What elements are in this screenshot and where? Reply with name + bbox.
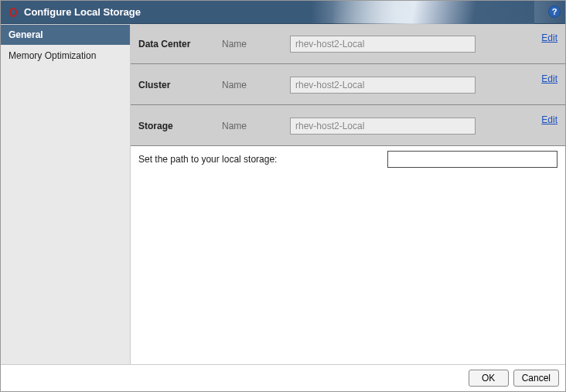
configure-local-storage-dialog: Configure Local Storage ? General Memory… [0, 0, 566, 392]
group-title: Storage [138, 121, 216, 131]
storage-name-field [290, 118, 476, 135]
sidebar-item-label: General [9, 29, 43, 40]
field-label: Name [222, 39, 284, 49]
path-label: Set the path to your local storage: [138, 154, 277, 165]
sidebar: General Memory Optimization [1, 25, 131, 364]
group-title: Cluster [138, 80, 216, 90]
cluster-name-field [290, 77, 476, 94]
group-data-center: Data Center Name Edit [131, 28, 565, 64]
app-logo-icon [7, 6, 19, 19]
data-center-name-field [290, 36, 476, 53]
field-label: Name [222, 121, 284, 131]
edit-cluster-link[interactable]: Edit [541, 73, 557, 84]
dialog-body: General Memory Optimization Data Center … [1, 24, 565, 364]
sidebar-item-general[interactable]: General [1, 25, 130, 46]
dialog-footer: OK Cancel [1, 364, 565, 391]
ok-button[interactable]: OK [469, 370, 509, 387]
sidebar-item-memory-optimization[interactable]: Memory Optimization [1, 46, 130, 66]
edit-data-center-link[interactable]: Edit [541, 32, 557, 43]
window-title: Configure Local Storage [24, 6, 141, 18]
titlebar-decoration [333, 1, 534, 24]
titlebar: Configure Local Storage ? [1, 1, 565, 24]
cancel-button[interactable]: Cancel [513, 370, 559, 387]
local-storage-path-input[interactable] [387, 151, 557, 168]
field-label: Name [222, 80, 284, 90]
group-title: Data Center [138, 39, 216, 49]
group-cluster: Cluster Name Edit [131, 64, 565, 105]
help-icon[interactable]: ? [548, 5, 561, 18]
local-storage-path-row: Set the path to your local storage: [131, 146, 565, 172]
sidebar-item-label: Memory Optimization [9, 50, 96, 61]
settings-groups: Data Center Name Edit Cluster Name Edit … [131, 25, 565, 146]
edit-storage-link[interactable]: Edit [541, 114, 557, 125]
group-storage: Storage Name Edit [131, 105, 565, 146]
main-panel: Data Center Name Edit Cluster Name Edit … [131, 25, 565, 364]
